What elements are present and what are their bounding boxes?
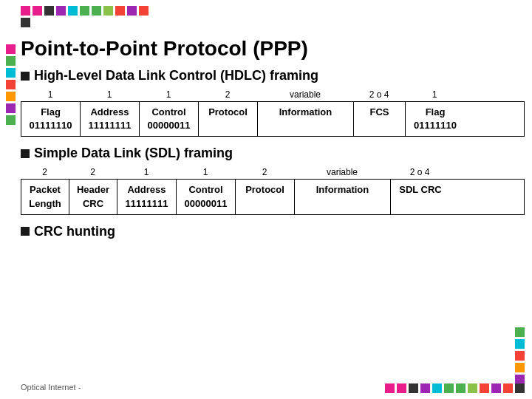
hdlc-cell-flag2: Flag01111110 (406, 102, 465, 136)
hdlc-label-2: 1 (80, 89, 139, 100)
hdlc-cell-protocol: Protocol (199, 102, 258, 136)
hdlc-cell-flag1: Flag01111110 (21, 102, 81, 136)
sdl-cell-information: Information (295, 180, 391, 214)
hdlc-label-5: variable (257, 89, 353, 100)
hdlc-label-7: 1 (405, 89, 464, 100)
top-dots-decoration (21, 6, 154, 27)
sdl-cell-protocol: Protocol (236, 180, 295, 214)
crc-bullet (21, 227, 30, 236)
hdlc-cell-address: Address11111111 (81, 102, 140, 136)
hdlc-label-1: 1 (21, 89, 80, 100)
sdl-label-7: 2 o 4 (390, 167, 449, 177)
crc-title: CRC hunting (21, 224, 525, 239)
sdl-cell-crc: SDL CRC (391, 180, 450, 214)
sdl-cell-control: Control00000011 (177, 180, 236, 214)
sdl-title: Simple Data Link (SDL) framing (21, 146, 525, 161)
sdl-label-6: variable (294, 167, 390, 177)
sdl-cell-header-crc: HeaderCRC (69, 180, 117, 214)
crc-title-text: CRC hunting (34, 224, 115, 239)
sdl-label-4: 1 (176, 167, 235, 177)
hdlc-label-6: 2 o 4 (353, 89, 405, 100)
hdlc-label-3: 1 (139, 89, 198, 100)
sdl-label-2: 2 (69, 167, 117, 177)
sdl-frame: PacketLength HeaderCRC Address11111111 C… (21, 179, 525, 214)
hdlc-cell-fcs: FCS (354, 102, 406, 136)
sdl-bullet (21, 149, 30, 158)
sdl-label-5: 2 (235, 167, 294, 177)
right-dots-decoration (515, 327, 525, 384)
sdl-title-text: Simple Data Link (SDL) framing (34, 146, 233, 161)
page-title: Point-to-Point Protocol (PPP) (21, 37, 525, 61)
hdlc-title: High-Level Data Link Control (HDLC) fram… (21, 68, 525, 83)
hdlc-bullet (21, 72, 30, 81)
footer: Optical Internet - (21, 383, 81, 392)
sdl-cell-packet-length: PacketLength (21, 180, 69, 214)
hdlc-cell-information: Information (258, 102, 354, 136)
hdlc-title-text: High-Level Data Link Control (HDLC) fram… (34, 68, 318, 83)
hdlc-cell-control: Control00000011 (140, 102, 199, 136)
bottom-dots-decoration (385, 383, 525, 393)
left-dots-decoration (6, 44, 16, 125)
sdl-section: Simple Data Link (SDL) framing 2 2 1 1 2… (21, 146, 525, 214)
sdl-label-3: 1 (117, 167, 176, 177)
hdlc-frame: Flag01111110 Address11111111 Control0000… (21, 101, 525, 137)
hdlc-label-4: 2 (198, 89, 257, 100)
sdl-label-1: 2 (21, 167, 69, 177)
hdlc-section: High-Level Data Link Control (HDLC) fram… (21, 68, 525, 137)
sdl-cell-address: Address11111111 (117, 180, 177, 214)
crc-section: CRC hunting (21, 224, 525, 239)
